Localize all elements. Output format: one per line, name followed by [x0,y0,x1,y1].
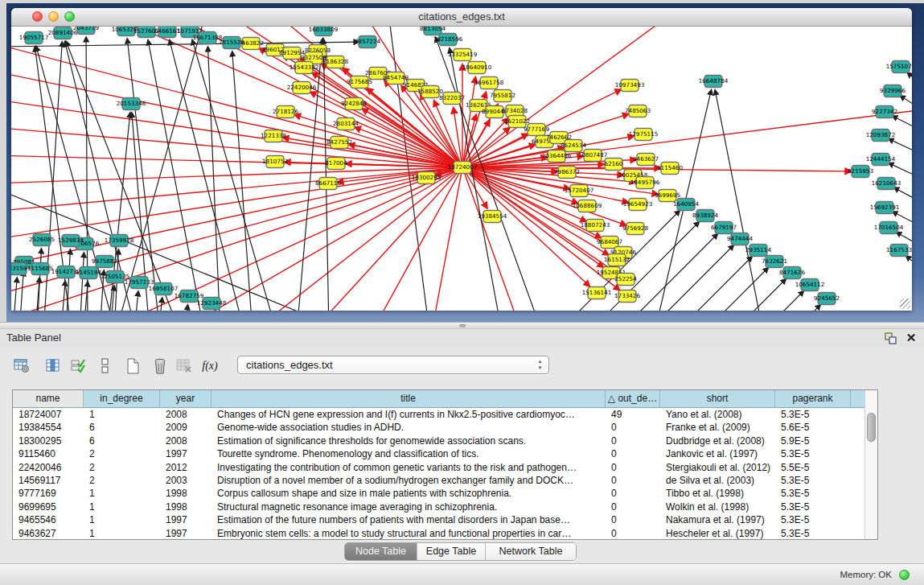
table-row[interactable]: 977716911998Corpus callosum shape and si… [13,487,877,500]
delete-column-button[interactable] [150,356,170,377]
table-header-in_degree[interactable]: in_degree [84,390,160,407]
table-header-out_de[interactable]: △ out_de… [606,390,660,407]
table-cell[interactable]: 0 [606,487,660,500]
table-cell[interactable]: Disruption of a novel member of a sodium… [211,474,606,487]
table-cell[interactable]: Corpus callosum shape and size in male p… [211,487,606,500]
table-cell[interactable]: 1 [84,408,160,421]
table-cell[interactable]: 5.3E-5 [775,513,851,526]
table-cell[interactable]: Tibbo et al. (1998) [660,487,775,500]
table-cell[interactable]: 6 [84,421,160,434]
table-cell[interactable]: 1997 [160,527,211,540]
table-scrollbar[interactable] [864,390,877,539]
table-cell[interactable]: 5.9E-5 [775,435,851,447]
table-cell[interactable]: 5.3E-5 [775,447,851,460]
table-cell[interactable]: 1998 [160,501,211,513]
table-cell[interactable]: 2009 [160,421,211,434]
table-header-title[interactable]: title [211,390,606,407]
table-cell[interactable]: 5.3E-5 [775,527,851,540]
table-cell[interactable]: Wolkin et al. (1998) [660,501,775,513]
tab-network-table[interactable]: Network Table [486,543,576,560]
table-cell[interactable]: 9465546 [13,513,84,526]
table-header-year[interactable]: year [160,390,211,407]
table-header-pagerank[interactable]: pagerank [775,390,851,407]
zoom-window-button[interactable] [64,11,75,22]
table-cell[interactable]: Estimation of the future numbers of pati… [211,513,606,526]
table-row[interactable]: 1872400712008Changes of HCN gene express… [13,408,877,421]
select-all-rows-button[interactable] [68,356,88,377]
table-cell[interactable]: 19384554 [13,421,84,434]
table-cell[interactable]: 0 [606,527,660,540]
column-visibility-button[interactable] [43,356,64,377]
table-cell[interactable]: Yano et al. (2008) [660,408,775,421]
table-cell[interactable]: Structural magnetic resonance image aver… [211,501,606,513]
table-cell[interactable]: Hescheler et al. (1997) [660,527,775,540]
table-row[interactable]: 1830029562008Estimation of significance … [13,435,877,447]
deselect-all-rows-button[interactable] [95,356,116,377]
table-row[interactable]: 969969511998Structural magnetic resonanc… [13,501,877,513]
table-cell[interactable]: 1 [84,487,160,500]
table-cell[interactable]: Estimation of significance thresholds fo… [211,435,606,447]
tab-node-table[interactable]: Node Table [345,543,417,560]
table-row[interactable]: 1938455462009Genome-wide association stu… [13,421,877,434]
table-cell[interactable]: 1 [84,527,160,540]
table-cell[interactable]: Nakamura et al. (1997) [660,513,775,526]
table-cell[interactable]: Jankovic et al. (1997) [660,447,775,460]
table-cell[interactable]: 1 [84,513,160,526]
table-cell[interactable]: 0 [606,461,660,474]
table-cell[interactable]: 5.6E-5 [775,421,851,434]
table-cell[interactable]: 0 [606,513,660,526]
table-row[interactable]: 946554611997Estimation of the future num… [13,513,877,526]
table-cell[interactable]: Stergiakouli et al. (2012) [660,461,775,474]
network-canvas[interactable]: 1872400774638228960128891295482260589327… [11,27,912,311]
table-cell[interactable]: 2 [84,474,160,487]
close-window-button[interactable] [32,11,43,22]
table-row[interactable]: 911546021997Tourette syndrome. Phenomeno… [13,447,877,460]
table-cell[interactable]: 5.3E-5 [775,501,851,513]
table-cell[interactable]: 2008 [160,435,211,447]
table-cell[interactable]: 5.3E-5 [775,474,851,487]
memory-status-indicator[interactable] [899,570,910,580]
table-cell[interactable]: Franke et al. (2009) [660,421,775,434]
scrollbar-thumb[interactable] [867,413,876,442]
table-cell[interactable]: 0 [606,421,660,434]
table-cell[interactable]: 9115460 [13,447,84,460]
panel-divider[interactable] [0,322,924,329]
table-cell[interactable]: 6 [84,435,160,447]
close-panel-button[interactable]: ✕ [905,331,918,345]
table-cell[interactable]: 2012 [160,461,211,474]
table-cell[interactable]: 5.3E-5 [775,487,851,500]
table-cell[interactable]: 1997 [160,447,211,460]
table-row[interactable]: 1456911722003Disruption of a novel membe… [13,474,877,487]
table-cell[interactable]: 9777169 [13,487,84,500]
table-cell[interactable]: de Silva et al. (2003) [660,474,775,487]
table-cell[interactable]: 14569117 [13,474,84,487]
table-cell[interactable]: 18724007 [13,408,84,421]
table-mode-button[interactable] [11,356,32,377]
window-titlebar[interactable]: citations_edges.txt [11,8,912,27]
table-cell[interactable]: 1 [84,501,160,513]
table-cell[interactable]: 0 [606,435,660,447]
table-cell[interactable]: 2 [84,461,160,474]
table-cell[interactable]: 5.5E-5 [775,461,851,474]
table-cell[interactable]: 0 [606,501,660,513]
table-cell[interactable]: 2003 [160,474,211,487]
table-cell[interactable]: 0 [606,474,660,487]
new-column-button[interactable] [122,356,143,377]
function-builder-button[interactable]: f(x) [199,356,220,377]
table-cell[interactable]: 1998 [160,487,211,500]
table-row[interactable]: 946362711997Embryonic stem cells: a mode… [13,527,877,540]
table-cell[interactable]: 1997 [160,513,211,526]
float-panel-button[interactable] [885,332,897,344]
resize-grip[interactable] [900,299,910,309]
tab-edge-table[interactable]: Edge Table [417,543,486,560]
table-cell[interactable]: 9699695 [13,501,84,513]
table-header-name[interactable]: name [13,390,84,407]
table-cell[interactable]: 0 [606,447,660,460]
delete-table-button[interactable] [174,356,195,377]
table-cell[interactable]: Embryonic stem cells: a model to study s… [211,527,606,540]
table-cell[interactable]: 18300295 [13,435,84,447]
table-cell[interactable]: 5.3E-5 [775,408,851,421]
table-cell[interactable]: Tourette syndrome. Phenomenology and cla… [211,447,606,460]
table-cell[interactable]: 22420046 [13,461,84,474]
table-cell[interactable]: 49 [606,408,660,421]
